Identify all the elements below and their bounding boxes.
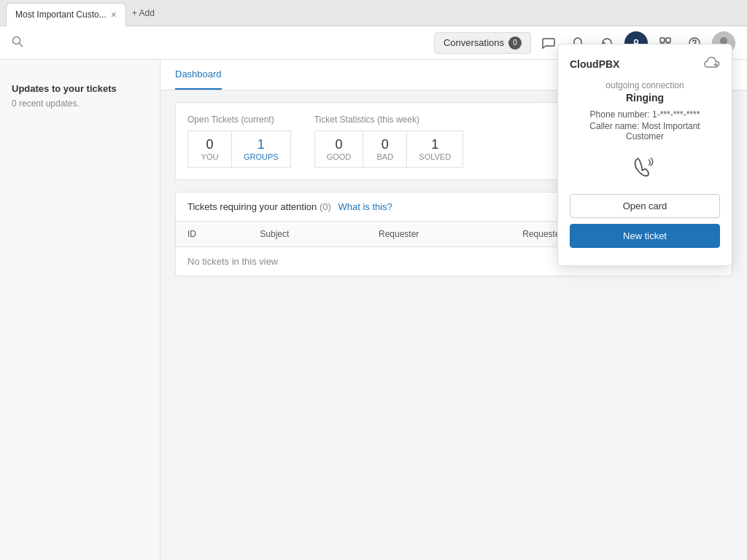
caller-name-row: Caller name: Most Important Customer: [570, 121, 720, 141]
open-tickets-title: Open Tickets (current): [187, 114, 291, 125]
conversations-badge: 0: [508, 36, 522, 50]
tab-title: Most Important Custo...: [15, 9, 107, 20]
svg-point-2: [635, 39, 638, 43]
new-ticket-button[interactable]: New ticket: [570, 224, 720, 248]
svg-point-0: [13, 36, 20, 44]
stat-good: 0 GOOD: [314, 131, 363, 168]
tab-close-button[interactable]: ×: [111, 9, 117, 20]
cloudpbx-popup: CloudPBX outgoing connection Ringing Pho…: [557, 44, 732, 266]
conversations-button[interactable]: Conversations 0: [434, 32, 531, 54]
ringing-phone-icon: [627, 150, 662, 185]
cloudpbx-title: CloudPBX: [570, 58, 619, 70]
browser-tab[interactable]: Most Important Custo... ×: [6, 3, 126, 26]
connection-type: outgoing connection: [570, 80, 720, 90]
svg-rect-4: [666, 38, 670, 42]
sidebar-content: Updates to your tickets 0 recent updates…: [0, 71, 160, 120]
stat-solved: 1 SOLVED: [406, 131, 463, 168]
col-requester: Requester: [367, 222, 511, 247]
cloudpbx-header: CloudPBX: [570, 56, 720, 71]
cloud-icon[interactable]: [704, 56, 720, 71]
updates-title: Updates to your tickets: [12, 83, 148, 94]
what-is-this-link[interactable]: What is this?: [338, 201, 392, 212]
stat-bad: 0 BAD: [363, 131, 406, 168]
svg-point-10: [720, 37, 727, 44]
svg-line-1: [20, 43, 23, 47]
open-tickets-numbers: 0 YOU 1 GROUPS: [187, 131, 291, 168]
conversations-label: Conversations: [444, 37, 504, 48]
open-card-button[interactable]: Open card: [570, 194, 720, 218]
dashboard-tab[interactable]: Dashboard: [175, 60, 222, 90]
ticket-statistics-title: Ticket Statistics (this week): [314, 114, 463, 125]
col-subject: Subject: [248, 222, 367, 247]
connection-status: Ringing: [570, 92, 720, 104]
stat-groups: 1 GROUPS: [231, 131, 291, 168]
search-icon[interactable]: [12, 36, 23, 50]
phone-number-row: Phone number: 1-***-***-****: [570, 109, 720, 120]
ticket-statistics-group: Ticket Statistics (this week) 0 GOOD 0 B…: [314, 114, 463, 168]
ticket-statistics-numbers: 0 GOOD 0 BAD 1 SOLVED: [314, 131, 463, 168]
svg-rect-3: [660, 38, 665, 42]
stat-you: 0 YOU: [187, 131, 231, 168]
cloudpbx-body: outgoing connection Ringing Phone number…: [570, 80, 720, 254]
col-id: ID: [176, 222, 248, 247]
sidebar: Updates to your tickets 0 recent updates…: [0, 60, 160, 560]
open-tickets-group: Open Tickets (current) 0 YOU 1 GROUPS: [187, 114, 291, 168]
updates-subtitle: 0 recent updates.: [12, 98, 148, 109]
new-tab-button[interactable]: + Add: [132, 8, 155, 18]
